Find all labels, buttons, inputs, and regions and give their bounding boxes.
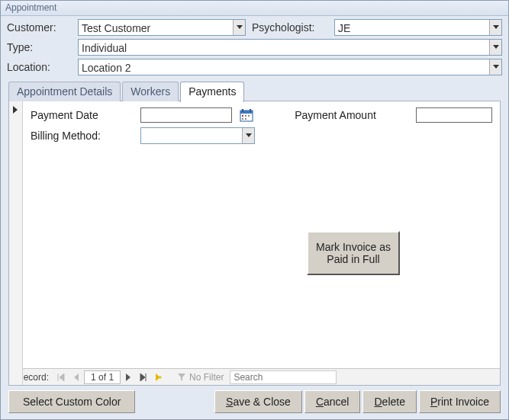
payment-amount-input[interactable]: [416, 107, 492, 123]
cancel-button[interactable]: Cancel: [304, 390, 361, 413]
nav-search-input[interactable]: [230, 370, 337, 384]
first-icon: [57, 374, 65, 381]
customer-dropdown-btn[interactable]: [233, 20, 245, 35]
billing-method-combo[interactable]: [140, 127, 255, 144]
select-custom-color-button[interactable]: Select Custom Color: [8, 390, 135, 413]
billing-method-value: [141, 128, 242, 143]
mark-invoice-paid-button[interactable]: Mark Invoice as Paid in Full: [307, 231, 400, 275]
date-picker-button[interactable]: [240, 108, 287, 122]
customer-value: Test Customer: [79, 20, 233, 35]
tab-payments[interactable]: Payments: [180, 82, 244, 102]
nav-next-button[interactable]: [121, 370, 136, 384]
psychologist-value: JE: [335, 20, 489, 35]
chevron-down-icon: [493, 65, 499, 69]
payment-date-label: Payment Date: [31, 109, 133, 121]
print-invoice-button[interactable]: Print Invoice: [419, 390, 501, 413]
type-value: Individual: [79, 40, 489, 55]
chevron-down-icon: [246, 133, 252, 138]
billing-method-label: Billing Method:: [31, 130, 133, 142]
select-custom-color-label: Select Custom Color: [23, 396, 121, 408]
save-close-button[interactable]: Save & Close: [214, 390, 302, 413]
customer-label: Customer:: [7, 21, 72, 34]
form-header: Customer: Test Customer Psychologist: JE…: [1, 16, 508, 82]
calendar-icon: [240, 108, 253, 122]
tabstrip: Appointment Details Workers Payments: [1, 82, 508, 101]
nav-last-button[interactable]: [136, 370, 151, 384]
location-combo[interactable]: Location 2: [78, 59, 502, 75]
chevron-down-icon: [237, 25, 243, 30]
payment-amount-label: Payment Amount: [295, 109, 408, 121]
delete-label: Delete: [374, 396, 404, 408]
location-dropdown-btn[interactable]: [489, 59, 501, 75]
psychologist-dropdown-btn[interactable]: [489, 20, 501, 35]
svg-rect-8: [245, 118, 246, 120]
cancel-label: Cancel: [316, 396, 350, 408]
psychologist-label: Psychologist:: [252, 21, 328, 34]
customer-combo[interactable]: Test Customer: [78, 19, 246, 36]
svg-rect-4: [242, 115, 243, 117]
payment-date-input[interactable]: [140, 107, 232, 123]
record-selector[interactable]: [9, 101, 23, 385]
location-label: Location:: [7, 61, 72, 73]
payments-panel: Payment Date Payment Amount Billing Meth…: [8, 101, 501, 386]
appointment-window: Appointment Customer: Test Customer Psyc…: [0, 0, 509, 420]
current-record-icon: [11, 106, 19, 114]
svg-rect-6: [248, 115, 250, 117]
filter-icon: [177, 373, 186, 382]
tab-workers[interactable]: Workers: [122, 82, 179, 101]
type-label: Type:: [7, 41, 72, 53]
billing-method-dropdown-btn[interactable]: [242, 128, 254, 143]
footer-bar: Select Custom Color Save & Close Cancel …: [8, 390, 501, 413]
print-invoice-label: Print Invoice: [430, 396, 489, 408]
next-icon: [125, 374, 131, 381]
tab-appointment-details[interactable]: Appointment Details: [8, 82, 121, 101]
nav-first-button[interactable]: [53, 370, 69, 384]
chevron-down-icon: [493, 25, 499, 30]
save-close-label: Save & Close: [226, 396, 291, 408]
type-combo[interactable]: Individual: [78, 39, 502, 56]
delete-button[interactable]: Delete: [362, 390, 416, 413]
nav-prev-button[interactable]: [69, 370, 84, 384]
svg-rect-7: [242, 118, 243, 120]
psychologist-combo[interactable]: JE: [334, 19, 502, 36]
filter-indicator[interactable]: No Filter: [171, 372, 230, 383]
window-title: Appointment: [1, 1, 508, 16]
payments-form: Payment Date Payment Amount Billing Meth…: [23, 101, 500, 150]
type-dropdown-btn[interactable]: [489, 40, 501, 55]
prev-icon: [73, 374, 79, 381]
last-icon: [140, 374, 147, 381]
svg-rect-5: [245, 115, 246, 117]
chevron-down-icon: [493, 45, 499, 50]
nav-new-button[interactable]: [151, 370, 166, 384]
mark-invoice-paid-label: Mark Invoice as Paid in Full: [308, 241, 398, 265]
nav-current[interactable]: 1 of 1: [84, 370, 121, 384]
location-value: Location 2: [79, 59, 489, 75]
record-navigator: Record: 1 of 1 No Filter: [9, 368, 500, 385]
filter-label: No Filter: [189, 372, 224, 383]
new-record-icon: [155, 374, 163, 381]
